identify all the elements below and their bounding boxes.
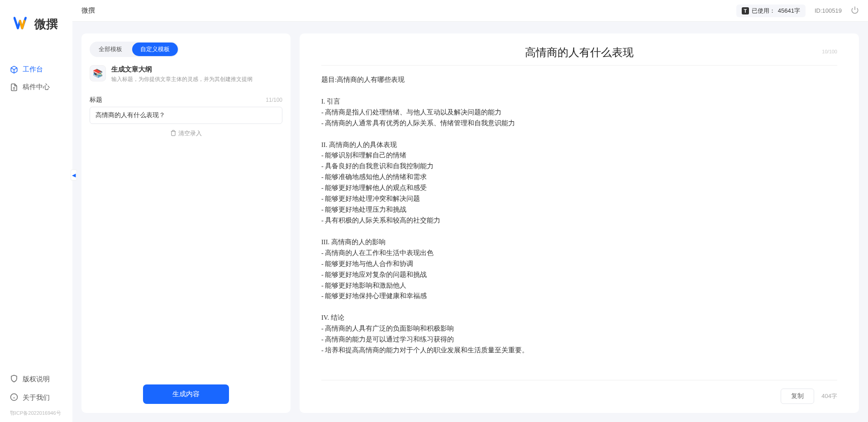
power-icon[interactable] bbox=[851, 6, 859, 16]
cube-icon bbox=[10, 66, 18, 74]
output-title-count: 10/100 bbox=[822, 49, 837, 54]
copyright-link[interactable]: 版权说明 bbox=[0, 370, 72, 389]
logo-text: 微撰 bbox=[34, 16, 58, 32]
usage-value: 45641字 bbox=[778, 7, 800, 15]
clear-label: 清空录入 bbox=[178, 129, 202, 138]
output-footer: 复制 404字 bbox=[321, 380, 837, 404]
content-area: 全部模板 自定义模板 📚 生成文章大纲 输入标题，为你提供文章主体的灵感，并为其… bbox=[72, 22, 868, 422]
usage-badge: T bbox=[742, 7, 749, 14]
title-label-row: 标题 11/100 bbox=[90, 96, 282, 104]
output-title: 高情商的人有什么表现 bbox=[525, 45, 634, 60]
main-area: 微撰 T 已使用： 45641字 ID:100519 全部模板 自定义模板 bbox=[72, 0, 868, 422]
nav-drafts-label: 稿件中心 bbox=[23, 83, 50, 91]
shield-icon bbox=[10, 375, 18, 384]
logo-icon bbox=[14, 14, 31, 33]
info-icon bbox=[10, 393, 18, 403]
template-desc: 输入标题，为你提供文章主体的灵感，并为其创建推文提纲 bbox=[111, 76, 253, 83]
sidebar: 微撰 工作台 稿件中心 bbox=[0, 0, 72, 422]
template-tabs: 全部模板 自定义模板 bbox=[90, 42, 179, 57]
trash-icon bbox=[170, 130, 176, 138]
user-id: ID:100519 bbox=[815, 7, 842, 14]
document-icon bbox=[10, 83, 18, 91]
icp-text: 鄂ICP备2022016946号 bbox=[0, 407, 72, 417]
copyright-label: 版权说明 bbox=[23, 375, 50, 384]
chevron-left-icon: ◀ bbox=[72, 172, 76, 178]
right-panel: 高情商的人有什么表现 10/100 题目:高情商的人有哪些表现 I. 引言 - … bbox=[300, 33, 859, 413]
copy-button[interactable]: 复制 bbox=[781, 389, 814, 404]
tab-all-templates[interactable]: 全部模板 bbox=[91, 43, 130, 56]
tab-custom-templates[interactable]: 自定义模板 bbox=[132, 43, 178, 56]
page-title: 微撰 bbox=[81, 6, 95, 15]
app-logo[interactable]: 微撰 bbox=[0, 14, 72, 33]
books-icon: 📚 bbox=[90, 65, 106, 81]
topbar: 微撰 T 已使用： 45641字 ID:100519 bbox=[72, 0, 868, 22]
title-label: 标题 bbox=[90, 96, 102, 104]
usage-pill[interactable]: T 已使用： 45641字 bbox=[736, 5, 806, 17]
left-panel: 全部模板 自定义模板 📚 生成文章大纲 输入标题，为你提供文章主体的灵感，并为其… bbox=[81, 33, 291, 413]
sidebar-collapse-handle[interactable]: ◀ bbox=[71, 170, 77, 180]
topbar-right: T 已使用： 45641字 ID:100519 bbox=[736, 5, 859, 17]
template-title: 生成文章大纲 bbox=[111, 65, 253, 74]
word-count: 404字 bbox=[821, 392, 837, 400]
sidebar-bottom: 版权说明 关于我们 鄂ICP备2022016946号 bbox=[0, 370, 72, 422]
generate-button[interactable]: 生成内容 bbox=[143, 384, 229, 404]
about-label: 关于我们 bbox=[23, 394, 50, 402]
nav-workspace[interactable]: 工作台 bbox=[0, 61, 72, 78]
usage-label: 已使用： bbox=[752, 7, 775, 15]
output-title-row: 高情商的人有什么表现 10/100 bbox=[321, 45, 837, 66]
title-input[interactable] bbox=[90, 107, 282, 124]
clear-input-link[interactable]: 清空录入 bbox=[90, 128, 282, 139]
nav-drafts[interactable]: 稿件中心 bbox=[0, 78, 72, 96]
about-link[interactable]: 关于我们 bbox=[0, 389, 72, 407]
nav-workspace-label: 工作台 bbox=[23, 65, 43, 74]
output-body[interactable]: 题目:高情商的人有哪些表现 I. 引言 - 高情商是指人们处理情绪、与他人互动以… bbox=[321, 75, 837, 380]
title-char-count: 11/100 bbox=[266, 97, 282, 103]
template-card: 📚 生成文章大纲 输入标题，为你提供文章主体的灵感，并为其创建推文提纲 bbox=[90, 63, 282, 85]
